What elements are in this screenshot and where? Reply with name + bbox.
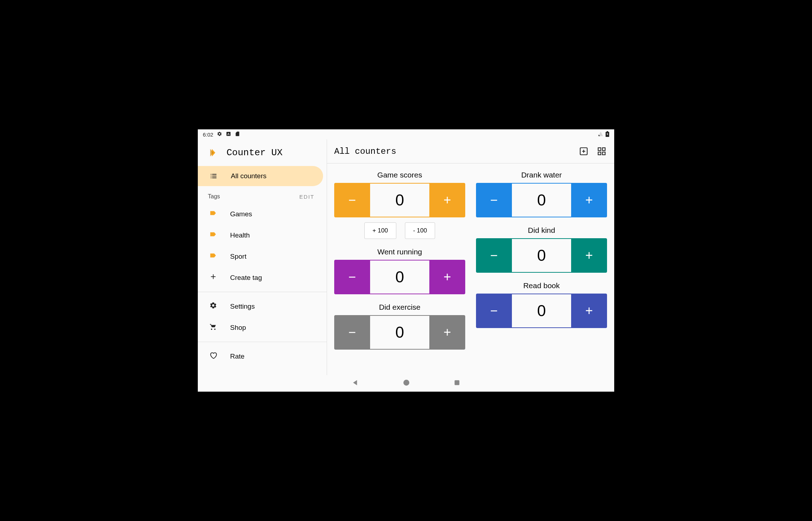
tag-icon (209, 209, 217, 219)
gear-icon (217, 131, 222, 138)
counter-value[interactable]: 0 (512, 183, 571, 217)
status-time: 6:02 (203, 132, 213, 138)
nav-bar (198, 375, 614, 392)
increment-button[interactable]: + (571, 183, 607, 217)
main-header: All counters (327, 139, 614, 163)
svg-rect-3 (607, 131, 608, 132)
counter-value[interactable]: 0 (512, 238, 571, 273)
add-counter-button[interactable] (578, 146, 589, 157)
nav-recent-button[interactable] (453, 379, 461, 388)
quick-step-button[interactable]: + 100 (364, 222, 396, 239)
tag-icon (209, 230, 217, 240)
svg-rect-10 (454, 380, 459, 385)
increment-button[interactable]: + (429, 260, 465, 294)
counter-title[interactable]: Did exercise (379, 301, 421, 315)
tags-header: Tags EDIT (198, 186, 327, 203)
sidebar-item-label: Health (230, 231, 250, 239)
decrement-button[interactable]: − (334, 183, 370, 217)
tag-icon (209, 252, 217, 261)
sidebar-shop[interactable]: Shop (198, 317, 327, 338)
sidebar-tag-games[interactable]: Games (198, 203, 327, 225)
page-title: All counters (334, 147, 396, 156)
counter-card: Drank water−0+ (476, 169, 607, 217)
increment-button[interactable]: + (429, 315, 465, 350)
counter-row: −0+ (334, 183, 465, 217)
counter-card: Did kind−0+ (476, 224, 607, 273)
grid-view-button[interactable] (596, 146, 607, 157)
nav-back-button[interactable] (351, 379, 359, 388)
content: Counter UX All counters Tags EDIT (198, 139, 614, 375)
counter-value[interactable]: 0 (512, 294, 571, 328)
cart-icon (209, 323, 217, 332)
svg-point-9 (403, 380, 410, 386)
app-title: Counter UX (227, 147, 283, 158)
sidebar-tag-sport[interactable]: Sport (198, 246, 327, 267)
counter-card: Went running−0+ (334, 245, 465, 294)
divider (198, 292, 327, 292)
sidebar-item-label: Rate (230, 352, 244, 360)
counter-row: −0+ (334, 315, 465, 350)
list-icon (209, 172, 218, 180)
decrement-button[interactable]: − (334, 315, 370, 350)
sidebar-item-label: All counters (231, 172, 266, 180)
heart-icon (209, 351, 217, 361)
svg-rect-7 (598, 152, 601, 155)
svg-rect-5 (598, 148, 601, 151)
decrement-button[interactable]: − (476, 238, 512, 273)
counter-card: Did exercise−0+ (334, 301, 465, 350)
svg-rect-8 (602, 152, 605, 155)
sidebar-item-label: Sport (230, 253, 246, 260)
counter-title[interactable]: Read book (523, 279, 560, 294)
counter-card: Read book−0+ (476, 279, 607, 328)
increment-button[interactable]: + (571, 294, 607, 328)
status-left: 6:02 A (203, 131, 240, 138)
counter-card: Game scores−0++ 100- 100 (334, 169, 465, 239)
quick-step-button[interactable]: - 100 (405, 222, 435, 239)
counter-value[interactable]: 0 (370, 315, 429, 350)
signal-icon (598, 131, 603, 138)
counter-title[interactable]: Went running (377, 245, 422, 260)
counter-columns: Game scores−0++ 100- 100Went running−0+D… (334, 169, 607, 350)
counter-title[interactable]: Drank water (521, 169, 562, 183)
counter-column-left: Game scores−0++ 100- 100Went running−0+D… (334, 169, 465, 350)
counter-value[interactable]: 0 (370, 260, 429, 294)
svg-text:A: A (228, 132, 230, 136)
nav-home-button[interactable] (402, 379, 410, 388)
counter-row: −0+ (334, 260, 465, 294)
plus-icon (209, 273, 217, 282)
divider (198, 342, 327, 342)
counter-column-right: Drank water−0+Did kind−0+Read book−0+ (476, 169, 607, 350)
quick-buttons: + 100- 100 (364, 222, 435, 239)
app-logo-icon (209, 148, 219, 158)
counter-title[interactable]: Game scores (377, 169, 422, 183)
decrement-button[interactable]: − (476, 294, 512, 328)
sidebar-create-tag[interactable]: Create tag (198, 267, 327, 288)
counter-value[interactable]: 0 (370, 183, 429, 217)
counter-title[interactable]: Did kind (528, 224, 555, 238)
increment-button[interactable]: + (429, 183, 465, 217)
counter-row: −0+ (476, 183, 607, 217)
counter-row: −0+ (476, 238, 607, 273)
sidebar-header: Counter UX (198, 142, 327, 166)
sidebar-item-label: Create tag (230, 274, 262, 282)
status-right (598, 131, 609, 138)
sidebar-settings[interactable]: Settings (198, 296, 327, 317)
svg-rect-6 (602, 148, 605, 151)
sidebar-item-all-counters[interactable]: All counters (198, 166, 323, 186)
decrement-button[interactable]: − (334, 260, 370, 294)
decrement-button[interactable]: − (476, 183, 512, 217)
counters-area: Game scores−0++ 100- 100Went running−0+D… (327, 163, 614, 375)
edit-tags-button[interactable]: EDIT (299, 194, 314, 200)
status-bar: 6:02 A (198, 129, 614, 139)
gear-icon (209, 301, 217, 311)
sd-card-icon (235, 131, 240, 138)
sidebar-rate[interactable]: Rate (198, 346, 327, 367)
app-indicator-icon: A (226, 131, 231, 138)
sidebar-item-label: Shop (230, 324, 246, 332)
tags-label: Tags (208, 193, 220, 200)
screen: 6:02 A (198, 129, 614, 392)
sidebar-tag-health[interactable]: Health (198, 225, 327, 246)
main: All counters Game scores−0++ 100- 100Wen… (327, 139, 614, 375)
increment-button[interactable]: + (571, 238, 607, 273)
counter-row: −0+ (476, 294, 607, 328)
